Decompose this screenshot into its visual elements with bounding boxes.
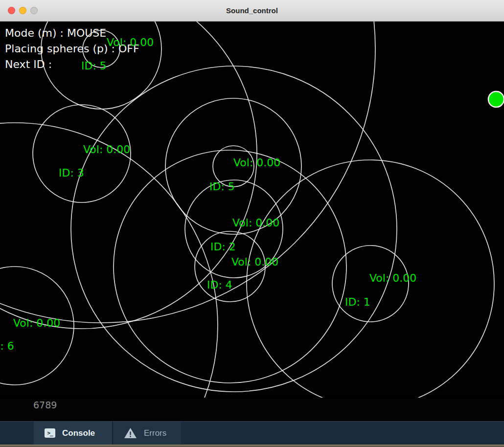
traffic-lights bbox=[8, 7, 38, 14]
minimize-button[interactable] bbox=[19, 7, 26, 14]
sphere-id-label: ID: 5 bbox=[209, 181, 235, 192]
sphere-id-label: ID: 3 bbox=[59, 168, 84, 179]
warning-icon bbox=[124, 427, 137, 439]
tab-console[interactable]: >_ Console bbox=[34, 422, 112, 445]
hud-mode-line: Mode (m) : MOUSE bbox=[5, 28, 106, 39]
hud-next-id-line: Next ID : bbox=[5, 59, 52, 70]
close-button[interactable] bbox=[8, 7, 15, 14]
sketch-canvas[interactable]: Mode (m) : MOUSE Placing spheres (p) : O… bbox=[0, 22, 504, 398]
sphere-id-label: ID: 2 bbox=[210, 242, 236, 252]
sphere-id-label: ID: 5 bbox=[81, 61, 107, 71]
sphere-id-label: ID: 1 bbox=[345, 297, 370, 308]
sphere-volume-label: Vol: 0.00 bbox=[233, 157, 280, 168]
sphere-volume-label: Vol: 0.00 bbox=[13, 318, 60, 329]
frame-count-text: 6789 bbox=[33, 400, 57, 410]
window-title: Sound_control bbox=[226, 6, 278, 15]
tab-errors[interactable]: Errors bbox=[112, 422, 181, 445]
terminal-icon: >_ bbox=[45, 428, 55, 438]
sphere-volume-label: Vol: 0.00 bbox=[231, 257, 278, 268]
tab-errors-label: Errors bbox=[144, 428, 166, 438]
sphere-volume-label: Vol: 0.00 bbox=[369, 273, 416, 284]
page-background: 6789 bbox=[0, 398, 504, 421]
sphere-volume-label: Vol: 0.00 bbox=[83, 144, 130, 155]
cursor-dot bbox=[488, 91, 504, 107]
sphere-range-circle bbox=[0, 123, 218, 398]
sphere-volume-label: Vol: 0.00 bbox=[107, 37, 154, 48]
spheres-layer bbox=[0, 22, 504, 398]
sphere-volume-label: Vol: 0.00 bbox=[232, 218, 279, 228]
sphere-id-label: ID: 6 bbox=[0, 341, 14, 352]
console-tab-bar: >_ Console Errors bbox=[0, 421, 504, 445]
desktop-strip bbox=[0, 445, 504, 447]
tab-console-label: Console bbox=[62, 428, 95, 438]
range-circle bbox=[0, 22, 375, 323]
sphere-id-label: ID: 4 bbox=[207, 280, 232, 291]
app-window: Sound_control Mode (m) : MOUSE Placing s… bbox=[0, 0, 504, 445]
title-bar: Sound_control bbox=[0, 0, 504, 22]
zoom-button[interactable] bbox=[30, 7, 38, 14]
